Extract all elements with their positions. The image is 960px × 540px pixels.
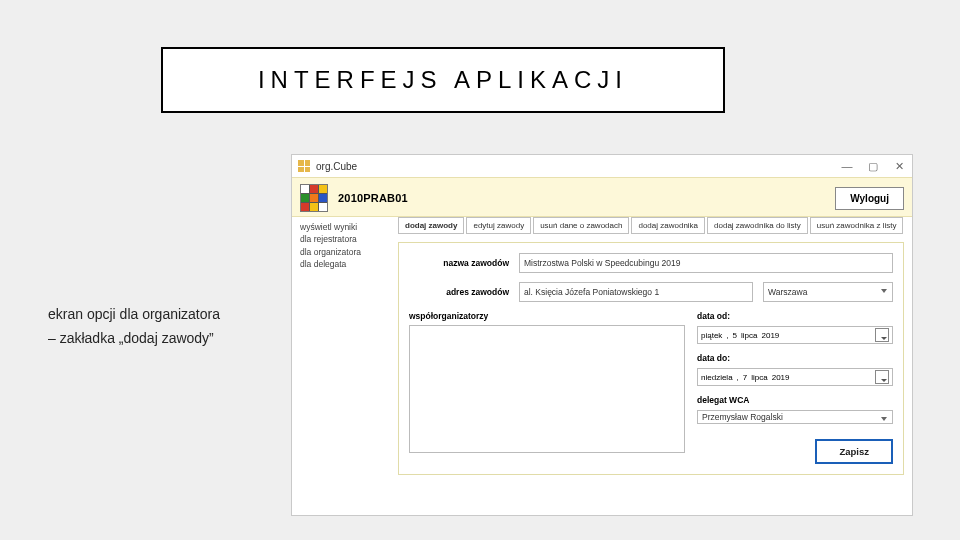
- tab-dodaj-zawodnika-do-listy[interactable]: dodaj zawodnika do listy: [707, 217, 808, 234]
- window-buttons: — ▢ ✕: [840, 160, 906, 173]
- sidebar-item[interactable]: dla rejestratora: [300, 233, 390, 245]
- calendar-icon: [875, 370, 889, 384]
- calendar-icon: [875, 328, 889, 342]
- sidebar-item[interactable]: wyświetl wyniki: [300, 221, 390, 233]
- tab-usuń-zawodnika-z-listy[interactable]: usuń zawodnika z listy: [810, 217, 904, 234]
- delegate-select[interactable]: Przemysław Rogalski: [697, 410, 893, 424]
- address-street-input[interactable]: al. Księcia Józefa Poniatowskiego 1: [519, 282, 753, 302]
- tab-dodaj-zawody[interactable]: dodaj zawody: [398, 217, 464, 234]
- tab-edytuj-zawody[interactable]: edytuj zawody: [466, 217, 531, 234]
- sidebar: wyświetl wynikidla rejestratoradla organ…: [300, 217, 390, 475]
- sidebar-item[interactable]: dla delegata: [300, 258, 390, 270]
- logout-button[interactable]: Wyloguj: [835, 187, 904, 210]
- tab-usuń-dane-o-zawodach[interactable]: usuń dane o zawodach: [533, 217, 629, 234]
- slide-title-box: INTERFEJS APLIKACJI: [161, 47, 725, 113]
- cube-logo: [300, 184, 328, 212]
- date-from-label: data od:: [697, 311, 893, 321]
- form-panel: nazwa zawodów Mistrzostwa Polski w Speed…: [398, 242, 904, 475]
- sidebar-item[interactable]: dla organizatora: [300, 246, 390, 258]
- coorganizers-label: współorganizatorzy: [409, 311, 685, 321]
- name-input[interactable]: Mistrzostwa Polski w Speedcubingu 2019: [519, 253, 893, 273]
- slide-title: INTERFEJS APLIKACJI: [258, 66, 628, 94]
- delegate-label: delegat WCA: [697, 395, 893, 405]
- date-to-picker[interactable]: niedziela, 7 lipca 2019: [697, 368, 893, 386]
- app-icon: [298, 160, 310, 172]
- window-titlebar: org.Cube — ▢ ✕: [292, 155, 912, 177]
- close-button[interactable]: ✕: [892, 160, 906, 173]
- coorganizers-textarea[interactable]: [409, 325, 685, 453]
- slide-caption: ekran opcji dla organizatora – zakładka …: [48, 303, 220, 351]
- competition-code: 2010PRAB01: [338, 192, 408, 204]
- name-label: nazwa zawodów: [409, 258, 509, 268]
- address-label: adres zawodów: [409, 287, 509, 297]
- maximize-button[interactable]: ▢: [866, 160, 880, 173]
- caption-line-1: ekran opcji dla organizatora: [48, 303, 220, 327]
- address-city-select[interactable]: Warszawa: [763, 282, 893, 302]
- caption-line-2: – zakładka „dodaj zawody”: [48, 327, 220, 351]
- tab-dodaj-zawodnika[interactable]: dodaj zawodnika: [631, 217, 705, 234]
- minimize-button[interactable]: —: [840, 160, 854, 173]
- window-title: org.Cube: [316, 161, 357, 172]
- header-panel: 2010PRAB01 Wyloguj: [292, 177, 912, 217]
- date-to-label: data do:: [697, 353, 893, 363]
- save-button[interactable]: Zapisz: [815, 439, 893, 464]
- tab-strip: dodaj zawodyedytuj zawodyusuń dane o zaw…: [398, 217, 904, 234]
- date-from-picker[interactable]: piątek, 5 lipca 2019: [697, 326, 893, 344]
- app-window: org.Cube — ▢ ✕ 2010PRAB01 Wyloguj wyświe…: [291, 154, 913, 516]
